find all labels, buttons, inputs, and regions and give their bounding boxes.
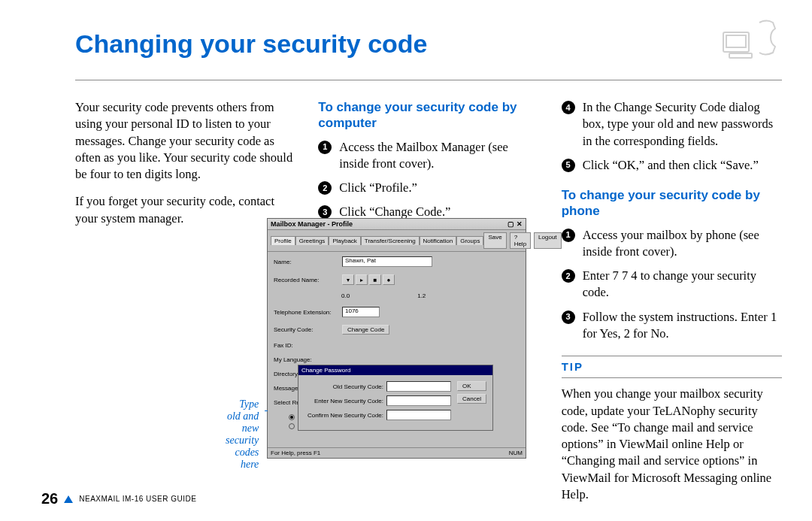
step-text: In the Change Security Code dialog box, … — [583, 99, 782, 150]
stop-icon[interactable]: ■ — [369, 274, 381, 285]
radio-by-name[interactable] — [289, 414, 295, 420]
tab-playback[interactable]: Playback — [329, 236, 360, 245]
name-label: Name: — [274, 259, 338, 265]
step-text: Access the Mailbox Manager (see inside f… — [339, 139, 538, 173]
ok-button[interactable]: OK — [457, 381, 486, 391]
cancel-button[interactable]: Cancel — [457, 394, 486, 404]
step-text: Enter 7 7 4 to change your security code… — [583, 268, 782, 301]
callout-label: Type old and new security codes here — [226, 398, 265, 471]
name-input[interactable]: Shawn, Pat — [342, 256, 432, 267]
tab-profile[interactable]: Profile — [271, 236, 295, 245]
save-button[interactable]: Save — [483, 232, 506, 249]
help-button[interactable]: ? Help — [510, 232, 531, 249]
tab-groups[interactable]: Groups — [456, 236, 483, 245]
extension-label: Telephone Extension: — [274, 309, 338, 316]
computer-phone-icon — [722, 19, 782, 68]
change-code-button[interactable]: Change Code — [342, 325, 389, 335]
tab-notification[interactable]: Notification — [420, 236, 457, 245]
new-code-label: Enter New Security Code: — [304, 398, 383, 404]
step-bullet: 2 — [562, 269, 575, 283]
step-text: Follow the system instructions. Enter 1 … — [583, 309, 782, 343]
step-bullet: 5 — [562, 159, 575, 172]
step-bullet: 1 — [318, 141, 332, 154]
record-icon[interactable]: ● — [383, 274, 395, 285]
fax-id-label: Fax ID: — [274, 342, 338, 349]
window-controls-icon: ▢ ✕ — [508, 220, 523, 228]
confirm-code-input[interactable] — [386, 410, 451, 420]
tip-body: When you change your mailbox security co… — [562, 386, 782, 503]
step-bullet: 2 — [318, 181, 332, 195]
status-num: NUM — [509, 450, 523, 456]
guide-name: NEAXMAIL IM-16 USER GUIDE — [79, 495, 196, 503]
mailbox-manager-window: Mailbox Manager - Profile ▢ ✕ Profile Gr… — [267, 218, 526, 459]
tab-transfer[interactable]: Transfer/Screening — [361, 236, 420, 245]
language-label: My Language: — [274, 356, 338, 363]
subhead-phone: To change your security code by phone — [562, 187, 782, 220]
recorded-name-label: Recorded Name: — [274, 277, 338, 283]
step-bullet: 3 — [318, 205, 332, 219]
window-title: Mailbox Manager - Profile — [271, 220, 353, 228]
old-code-input[interactable] — [386, 381, 451, 392]
right-column: 4In the Change Security Code dialog box,… — [562, 99, 782, 513]
triangle-icon — [64, 495, 73, 503]
radio-by-extension[interactable] — [289, 423, 295, 429]
scale-high: 1.2 — [417, 292, 426, 299]
subhead-computer: To change your security code by computer — [318, 99, 538, 132]
page-number: 26 — [41, 490, 58, 507]
logout-button[interactable]: Logout — [534, 232, 561, 249]
dialog-title: Change Password — [298, 365, 492, 375]
extension-input[interactable]: 1076 — [342, 307, 380, 317]
step-text: Access your mailbox by phone (see inside… — [583, 227, 782, 261]
svg-rect-1 — [726, 35, 746, 47]
step-bullet: 3 — [562, 310, 575, 324]
new-code-input[interactable] — [386, 395, 451, 406]
change-password-dialog: Change Password Old Security Code: Enter… — [298, 365, 493, 431]
step-bullet: 4 — [562, 101, 575, 114]
step-text: Click “Profile.” — [339, 180, 538, 196]
step-bullet: 1 — [562, 229, 575, 242]
confirm-code-label: Confirm New Security Code: — [304, 412, 383, 419]
page-title: Changing your security code — [75, 29, 428, 59]
tab-greetings[interactable]: Greetings — [295, 236, 329, 245]
security-code-label: Security Code: — [274, 326, 338, 333]
svg-rect-2 — [729, 53, 752, 58]
tip-heading: TIP — [562, 356, 782, 378]
rewind-icon[interactable]: ▾ — [342, 274, 354, 285]
step-text: Click “OK,” and then click “Save.” — [583, 157, 782, 174]
play-icon[interactable]: ▸ — [356, 274, 368, 285]
status-help: For Help, press F1 — [271, 450, 320, 456]
scale-low: 0.0 — [341, 292, 350, 299]
intro-paragraph-1: Your security code prevents others from … — [75, 99, 295, 183]
old-code-label: Old Security Code: — [304, 383, 383, 390]
